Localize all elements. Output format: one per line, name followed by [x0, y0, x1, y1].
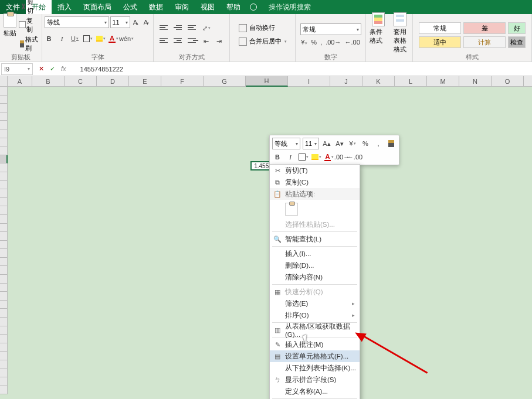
ctx-clear[interactable]: 清除内容(N): [270, 271, 360, 283]
row-header-23[interactable]: [0, 275, 8, 284]
ctx-pick-from-list[interactable]: 从下拉列表中选择(K)...: [270, 362, 360, 374]
row-header-17[interactable]: [0, 224, 8, 233]
column-header-B[interactable]: B: [32, 76, 65, 87]
column-header-P[interactable]: P: [524, 76, 532, 87]
tab-review[interactable]: 审阅: [169, 0, 195, 14]
style-neutral[interactable]: 适中: [419, 36, 461, 48]
accounting-format-button[interactable]: ¥▾: [301, 39, 307, 46]
grow-font-button[interactable]: A: [131, 18, 141, 27]
style-good[interactable]: 好: [508, 22, 526, 34]
ctx-show-phonetic[interactable]: ㄅ显示拼音字段(S): [270, 374, 360, 386]
cut-button[interactable]: 剪切: [20, 0, 38, 15]
row-header-15[interactable]: [0, 206, 8, 215]
row-header-6[interactable]: [0, 129, 8, 138]
mini-inc-decimal[interactable]: .00→: [337, 152, 347, 162]
format-painter-button[interactable]: 格式刷: [20, 35, 38, 53]
row-header-21[interactable]: [0, 258, 8, 267]
comma-button[interactable]: ,: [320, 39, 322, 46]
row-header-2[interactable]: [0, 96, 8, 104]
row-header-8[interactable]: [0, 146, 8, 155]
align-right-button[interactable]: [188, 36, 198, 45]
column-header-H[interactable]: H: [246, 76, 288, 87]
indent-inc-button[interactable]: ⇥: [215, 36, 224, 46]
mini-font-color[interactable]: A▾: [324, 152, 334, 162]
fx-icon[interactable]: fx: [61, 65, 66, 73]
enter-icon[interactable]: ✓: [50, 65, 55, 73]
decrease-decimal-button[interactable]: ←.00: [344, 39, 360, 46]
row-header-34[interactable]: [0, 369, 8, 378]
ctx-insert[interactable]: 插入(I)...: [270, 248, 360, 260]
percent-button[interactable]: %: [311, 39, 317, 46]
style-normal[interactable]: 常规: [419, 22, 461, 34]
column-header-C[interactable]: C: [65, 76, 97, 87]
row-header-4[interactable]: [0, 112, 8, 121]
tab-data[interactable]: 数据: [143, 0, 169, 14]
align-top-button[interactable]: [160, 23, 170, 32]
row-header-33[interactable]: [0, 360, 8, 369]
bold-button[interactable]: B: [45, 34, 54, 43]
ctx-copy[interactable]: ⧉复制(C): [270, 176, 360, 188]
row-header-26[interactable]: [0, 301, 8, 309]
tab-page-layout[interactable]: 页面布局: [77, 0, 117, 14]
copy-button[interactable]: 复制: [20, 16, 38, 34]
merge-center-button[interactable]: 合并后居中▾: [239, 37, 287, 46]
wrap-text-button[interactable]: 自动换行: [239, 23, 287, 32]
column-header-M[interactable]: M: [427, 76, 459, 87]
font-color-button[interactable]: A▾: [109, 34, 118, 43]
mini-italic[interactable]: I: [285, 152, 296, 162]
row-header-29[interactable]: [0, 326, 8, 335]
style-bad[interactable]: 差: [463, 22, 506, 34]
select-all-corner[interactable]: [0, 76, 8, 87]
row-header-5[interactable]: [0, 121, 8, 129]
column-header-N[interactable]: N: [459, 76, 492, 87]
style-check[interactable]: 检查: [508, 36, 526, 48]
row-header-24[interactable]: [0, 284, 8, 292]
tab-help[interactable]: 帮助: [221, 0, 246, 14]
font-size-combo[interactable]: 11▾: [110, 16, 130, 28]
ctx-get-data[interactable]: ▥从表格/区域获取数据(G)...: [270, 324, 360, 336]
tab-insert[interactable]: 插入: [52, 0, 77, 14]
mini-comma[interactable]: ,: [373, 138, 384, 149]
row-header-12[interactable]: [0, 181, 8, 190]
increase-decimal-button[interactable]: .00→: [326, 39, 341, 46]
mini-dec-decimal[interactable]: ←.00: [350, 152, 360, 162]
indent-dec-button[interactable]: ⇤: [202, 36, 211, 46]
row-header-18[interactable]: [0, 232, 8, 241]
mini-accounting[interactable]: ¥▾: [347, 138, 358, 149]
column-header-J[interactable]: J: [330, 76, 362, 87]
column-header-K[interactable]: K: [362, 76, 395, 87]
column-header-I[interactable]: I: [288, 76, 330, 87]
table-format-button[interactable]: 套用 表格格式: [392, 12, 409, 54]
fill-color-button[interactable]: ▾: [96, 34, 106, 43]
mini-fill-color[interactable]: ▾: [311, 152, 321, 162]
ctx-smart-lookup[interactable]: 🔍智能查找(L): [270, 233, 360, 245]
column-header-G[interactable]: G: [204, 76, 246, 87]
row-header-20[interactable]: [0, 249, 8, 258]
phonetic-button[interactable]: wén▾: [122, 34, 131, 43]
row-header-28[interactable]: [0, 318, 8, 326]
row-header-7[interactable]: [0, 138, 8, 147]
number-format-combo[interactable]: 常规▾: [300, 23, 361, 35]
mini-grow-font[interactable]: A▴: [321, 138, 332, 149]
row-header-25[interactable]: [0, 292, 8, 301]
column-header-O[interactable]: O: [492, 76, 524, 87]
ctx-filter[interactable]: 筛选(E): [270, 298, 360, 309]
worksheet-grid[interactable]: ABCDEFGHIJKLMNOP 1.45575E+11 等线▾ 11▾ A▴ …: [0, 76, 532, 399]
row-header-10[interactable]: [0, 163, 8, 172]
formula-input[interactable]: 145574851222: [80, 66, 123, 73]
row-header-36[interactable]: [0, 386, 8, 395]
row-header-31[interactable]: [0, 343, 8, 352]
paste-button[interactable]: 粘贴: [4, 13, 16, 37]
row-header-13[interactable]: [0, 189, 8, 198]
row-header-35[interactable]: [0, 377, 8, 386]
tab-formulas[interactable]: 公式: [117, 0, 143, 14]
row-header-16[interactable]: [0, 215, 8, 224]
align-left-button[interactable]: [160, 36, 170, 45]
row-header-11[interactable]: [0, 172, 8, 181]
align-bottom-button[interactable]: [188, 23, 198, 32]
mini-border[interactable]: ▾: [298, 152, 309, 162]
mini-bold[interactable]: B: [272, 152, 283, 162]
mini-size-combo[interactable]: 11▾: [303, 138, 319, 149]
row-header-9[interactable]: [0, 155, 8, 164]
name-box[interactable]: I9▾: [1, 63, 33, 75]
